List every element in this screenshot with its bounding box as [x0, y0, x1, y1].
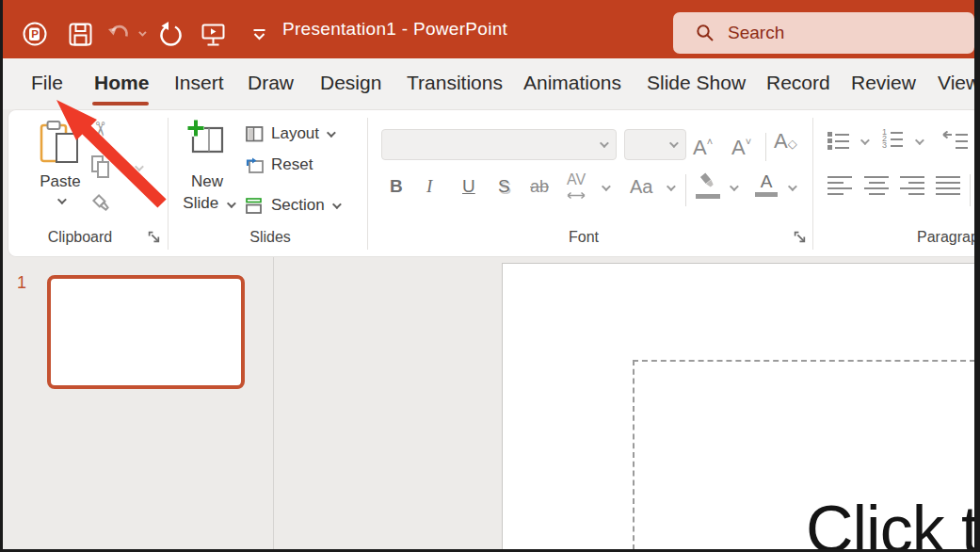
reset-label: Reset	[271, 155, 313, 174]
ribbon: Paste ✂ Clipboard New Slide	[8, 109, 974, 257]
undo-icon	[104, 20, 145, 48]
section-icon	[246, 198, 264, 214]
tab-slide-show[interactable]: Slide Show	[647, 58, 746, 109]
font-dialog-launcher-icon[interactable]	[794, 231, 807, 244]
section-chevron-icon	[332, 200, 342, 209]
layout-label: Layout	[271, 124, 319, 143]
active-tab-underline	[92, 102, 149, 106]
divider	[685, 174, 686, 206]
font-name-chevron-icon	[600, 138, 609, 148]
bullets-chevron-icon[interactable]	[860, 136, 870, 145]
group-divider	[168, 118, 169, 250]
clipboard-dialog-launcher-icon[interactable]	[148, 231, 161, 244]
panel-divider[interactable]	[273, 257, 274, 549]
title-placeholder-text: Click to add title	[806, 492, 974, 549]
group-divider	[812, 118, 813, 250]
slide-thumbnail[interactable]	[47, 275, 245, 389]
character-spacing-chevron-icon[interactable]	[602, 182, 611, 191]
font-color-button[interactable]: A	[754, 173, 779, 197]
layout-icon	[246, 126, 264, 142]
copy-dropdown-chevron-icon[interactable]	[135, 162, 144, 171]
slides-group-label: Slides	[240, 229, 300, 246]
section-button[interactable]: Section	[246, 196, 339, 215]
tab-record[interactable]: Record	[766, 58, 830, 109]
copy-icon[interactable]	[91, 155, 112, 180]
paste-dropdown-chevron-icon[interactable]	[57, 195, 67, 204]
redo-icon[interactable]	[156, 20, 185, 48]
new-slide-chevron-icon	[227, 199, 236, 208]
decrease-indent-button[interactable]	[942, 131, 969, 155]
paragraph-group-label: Paragraph	[917, 229, 974, 246]
title-bar: P Presen	[0, 0, 980, 58]
align-right-button[interactable]	[900, 176, 924, 199]
clipboard-group-label: Clipboard	[27, 229, 133, 246]
tab-review[interactable]: Review	[851, 58, 916, 109]
font-name-combo[interactable]	[381, 129, 617, 160]
undo-dropdown-chevron-icon	[138, 28, 146, 36]
divider	[765, 133, 766, 161]
divider	[970, 174, 971, 206]
font-color-chevron-icon[interactable]	[788, 182, 797, 191]
strikethrough-button[interactable]: ab	[530, 176, 549, 197]
font-color-bar	[755, 192, 778, 197]
new-slide-icon	[185, 118, 225, 159]
section-label: Section	[271, 196, 325, 215]
start-slideshow-icon[interactable]	[199, 20, 227, 48]
change-case-chevron-icon[interactable]	[667, 182, 676, 191]
window-edge-right	[974, 0, 980, 552]
tab-transitions[interactable]: Transitions	[407, 58, 503, 109]
format-painter-icon[interactable]	[89, 193, 118, 223]
powerpoint-logo-icon[interactable]: P	[21, 20, 49, 48]
highlighter-icon	[694, 172, 722, 201]
italic-button[interactable]: I	[426, 176, 432, 197]
increase-font-size-button[interactable]: A˄	[693, 131, 713, 158]
window-edge-left	[0, 0, 3, 552]
clear-formatting-button[interactable]: A◇	[774, 131, 797, 154]
bullets-button[interactable]	[827, 131, 849, 151]
search-placeholder: Search	[728, 23, 784, 43]
search-icon	[696, 24, 715, 42]
align-left-button[interactable]	[827, 176, 852, 199]
slide-canvas[interactable]: Click to add title	[502, 263, 974, 549]
tab-animations[interactable]: Animations	[523, 58, 621, 109]
slide-number: 1	[17, 273, 26, 293]
save-icon[interactable]	[66, 20, 94, 48]
font-size-chevron-icon	[669, 138, 679, 148]
align-center-button[interactable]	[864, 176, 889, 199]
numbering-button[interactable]: 1 2 3	[882, 129, 903, 149]
group-divider	[367, 118, 368, 250]
tab-draw[interactable]: Draw	[248, 58, 294, 109]
paste-button[interactable]	[39, 120, 84, 170]
tab-file[interactable]: File	[31, 58, 63, 109]
change-case-button[interactable]: Aa	[630, 176, 652, 197]
new-slide-button[interactable]	[185, 118, 229, 165]
text-highlight-button[interactable]	[694, 172, 722, 204]
window-title: Presentation1 - PowerPoint	[282, 0, 507, 58]
reset-icon	[246, 157, 264, 173]
font-group-label: Font	[551, 229, 617, 246]
new-slide-label-line1[interactable]: New	[178, 172, 236, 191]
layout-chevron-icon	[327, 128, 336, 138]
justify-button[interactable]	[936, 176, 960, 199]
reset-button[interactable]: Reset	[246, 155, 313, 174]
decrease-font-size-button[interactable]: A˅	[731, 131, 751, 158]
tab-insert[interactable]: Insert	[174, 58, 224, 109]
layout-button[interactable]: Layout	[246, 124, 333, 143]
highlight-chevron-icon[interactable]	[730, 182, 739, 191]
svg-text:P: P	[31, 28, 39, 40]
underline-button[interactable]: U	[462, 176, 475, 197]
new-slide-label-line2[interactable]: Slide	[170, 194, 246, 213]
customize-quick-access-toolbar-icon[interactable]	[245, 20, 273, 48]
paste-clipboard-icon	[39, 120, 80, 167]
search-input[interactable]: Search	[673, 12, 974, 54]
character-spacing-button[interactable]: AV	[566, 172, 586, 203]
cut-icon[interactable]: ✂	[88, 121, 111, 138]
bold-button[interactable]: B	[390, 176, 403, 197]
font-size-combo[interactable]	[624, 129, 686, 160]
text-shadow-button[interactable]: S	[498, 176, 510, 197]
numbering-chevron-icon[interactable]	[915, 136, 924, 145]
ribbon-tab-bar: File Home Insert Draw Design Transitions…	[0, 58, 980, 109]
paste-label[interactable]: Paste	[31, 172, 89, 191]
tab-design[interactable]: Design	[320, 58, 381, 109]
